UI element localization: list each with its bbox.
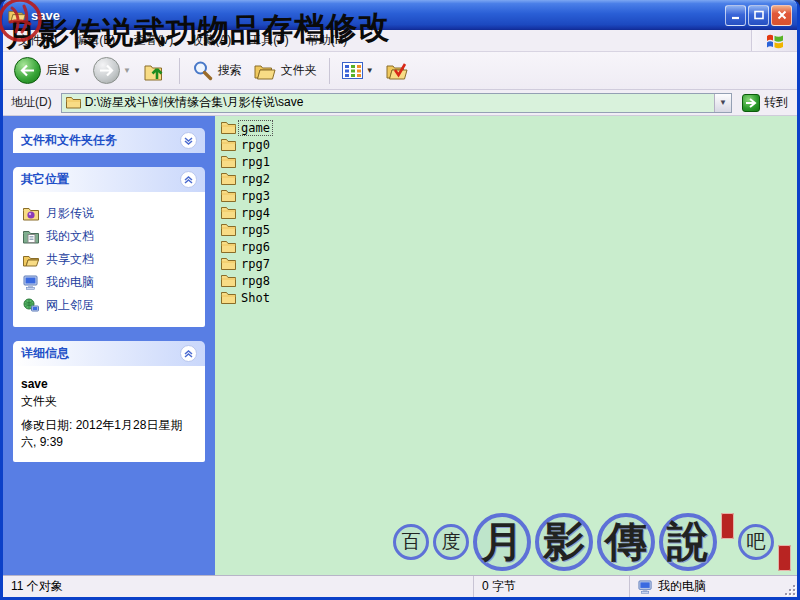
go-arrow-icon: [742, 94, 760, 112]
address-bar: 地址(D) ▼ 转到: [3, 90, 797, 116]
network-places-icon: [23, 298, 39, 313]
status-object-count: 11 个对象: [3, 578, 473, 595]
watermark-char: 度: [433, 524, 469, 560]
sidebar-item-shared-documents[interactable]: 共享文档: [21, 248, 197, 271]
address-input[interactable]: [85, 96, 714, 110]
sidebar-item-my-documents[interactable]: 我的文档: [21, 225, 197, 248]
file-name: rpg7: [239, 257, 272, 271]
status-location-label: 我的电脑: [658, 578, 706, 595]
folder-icon: [221, 206, 236, 219]
address-folder-icon: [62, 96, 85, 109]
my-computer-icon: [23, 275, 39, 290]
chevron-up-icon[interactable]: [180, 171, 197, 188]
details-folder-name: save: [21, 376, 197, 393]
address-label: 地址(D): [7, 94, 56, 111]
file-name: rpg2: [239, 172, 272, 186]
file-item[interactable]: rpg3: [220, 187, 272, 204]
folder-icon: [221, 274, 236, 287]
menu-item[interactable]: 查看(V): [124, 30, 182, 51]
sidebar-item-yueying-legend[interactable]: 月影传说: [21, 202, 197, 225]
back-arrow-icon: [14, 57, 41, 84]
file-name: Shot: [239, 291, 272, 305]
tasks-panel: 文件和文件夹任务: [13, 128, 205, 153]
file-item[interactable]: rpg7: [220, 255, 272, 272]
search-button[interactable]: 搜索: [187, 57, 247, 84]
shared-documents-icon: [23, 253, 39, 267]
toolbar-separator: [179, 58, 180, 84]
folder-tool-button[interactable]: [381, 58, 413, 83]
file-name: rpg1: [239, 155, 272, 169]
folder-icon: [221, 223, 236, 236]
minimize-button[interactable]: [725, 5, 746, 26]
folder-icon: [221, 240, 236, 253]
menu-item[interactable]: 收藏(A): [182, 30, 240, 51]
views-button[interactable]: ▼: [337, 59, 379, 82]
file-item[interactable]: game: [220, 119, 272, 136]
folder-icon: [221, 172, 236, 185]
address-dropdown-icon[interactable]: ▼: [714, 94, 731, 112]
details-folder-type: 文件夹: [21, 393, 197, 410]
folder-icon: [221, 291, 236, 304]
resize-grip[interactable]: [782, 582, 795, 595]
forward-dropdown-icon[interactable]: ▼: [123, 66, 131, 75]
my-documents-icon: [23, 230, 39, 244]
go-label: 转到: [764, 94, 788, 111]
file-item[interactable]: rpg1: [220, 153, 272, 170]
file-name: rpg0: [239, 138, 272, 152]
up-button[interactable]: [138, 57, 172, 85]
file-item[interactable]: rpg5: [220, 221, 272, 238]
chevron-down-icon[interactable]: [180, 132, 197, 149]
windows-logo-icon: [764, 30, 786, 52]
back-dropdown-icon[interactable]: ▼: [73, 66, 81, 75]
menu-item[interactable]: 帮助(H): [298, 30, 357, 51]
menu-item[interactable]: 文件(F): [9, 30, 66, 51]
menu-item[interactable]: 工具(T): [240, 30, 297, 51]
folder-icon: [221, 257, 236, 270]
file-item[interactable]: rpg2: [220, 170, 272, 187]
file-list: game rpg0 rpg1: [220, 119, 797, 306]
my-computer-icon: [638, 580, 653, 594]
sidebar-item-my-computer[interactable]: 我的电脑: [21, 271, 197, 294]
maximize-button[interactable]: [748, 5, 769, 26]
sidebar-item-label: 我的文档: [46, 228, 94, 245]
watermark-char: 月: [473, 513, 531, 571]
back-button[interactable]: 后退 ▼: [9, 54, 86, 87]
file-item[interactable]: rpg4: [220, 204, 272, 221]
sidebar-item-network-places[interactable]: 网上邻居: [21, 294, 197, 317]
sidebar-item-label: 网上邻居: [46, 297, 94, 314]
toolbar-separator: [329, 58, 330, 84]
folders-label: 文件夹: [281, 62, 317, 79]
close-button[interactable]: [771, 5, 792, 26]
sidebar-item-label: 月影传说: [46, 205, 94, 222]
folders-icon: [254, 62, 276, 80]
forward-button[interactable]: ▼: [88, 54, 136, 87]
toolbar: 后退 ▼ ▼ 搜索: [3, 52, 797, 90]
file-item[interactable]: Shot: [220, 289, 272, 306]
folders-button[interactable]: 文件夹: [249, 59, 322, 83]
file-item[interactable]: rpg6: [220, 238, 272, 255]
chevron-up-icon[interactable]: [180, 345, 197, 362]
views-dropdown-icon[interactable]: ▼: [366, 66, 374, 75]
menu-item[interactable]: 编辑(E): [66, 30, 124, 51]
tasks-panel-header[interactable]: 文件和文件夹任务: [13, 128, 205, 153]
watermark-char: 百: [393, 524, 429, 560]
file-item[interactable]: rpg0: [220, 136, 272, 153]
search-icon: [192, 60, 213, 81]
watermark-char: 傳: [597, 513, 655, 571]
folder-icon: [221, 121, 236, 134]
other-places-header[interactable]: 其它位置: [13, 167, 205, 192]
sidebar: 文件和文件夹任务 其它位置: [3, 116, 215, 575]
sidebar-item-label: 我的电脑: [46, 274, 94, 291]
go-button[interactable]: 转到: [737, 94, 793, 112]
game-folder-icon: [23, 207, 39, 221]
watermark-char: 影: [535, 513, 593, 571]
folder-icon: [221, 155, 236, 168]
details-modified-date: 修改日期: 2012年1月28日星期六, 9:39: [21, 417, 197, 452]
details-panel: 详细信息 save 文件夹 修改日期: 2012年1月28日星期六, 9:39: [13, 341, 205, 462]
file-name: rpg6: [239, 240, 272, 254]
file-item[interactable]: rpg8: [220, 272, 272, 289]
seal-stamp: [721, 513, 734, 539]
content-area: 文件和文件夹任务 其它位置: [3, 116, 797, 575]
details-panel-header[interactable]: 详细信息: [13, 341, 205, 366]
title-bar: save: [3, 0, 797, 30]
